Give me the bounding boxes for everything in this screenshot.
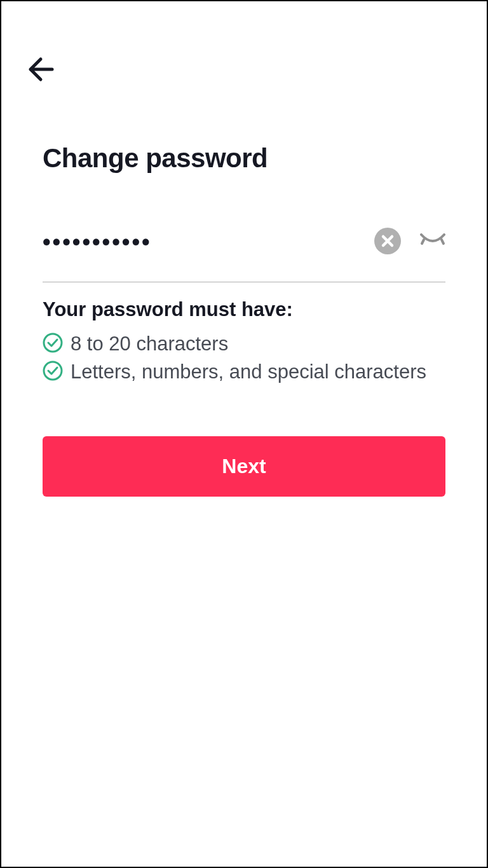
content-area: Change password Your password must have: (1, 86, 487, 497)
requirements-list: 8 to 20 characters Letters, numbers, and… (43, 333, 445, 383)
eye-closed-icon (420, 233, 445, 251)
requirement-text: 8 to 20 characters (71, 333, 228, 355)
password-input-row (43, 228, 445, 256)
svg-point-4 (44, 362, 62, 380)
svg-point-3 (44, 334, 62, 352)
page-title: Change password (43, 143, 445, 174)
arrow-left-icon (27, 76, 55, 85)
requirement-text: Letters, numbers, and special characters (71, 361, 426, 383)
header (1, 1, 487, 86)
input-divider (43, 282, 445, 282)
next-button[interactable]: Next (43, 436, 445, 497)
requirement-item: Letters, numbers, and special characters (43, 361, 445, 383)
check-circle-icon (43, 333, 63, 355)
requirements-title: Your password must have: (43, 298, 445, 321)
close-icon (374, 228, 401, 256)
clear-input-button[interactable] (374, 228, 401, 256)
requirement-item: 8 to 20 characters (43, 333, 445, 355)
back-button[interactable] (27, 55, 55, 85)
svg-line-1 (422, 240, 424, 244)
password-field[interactable] (43, 229, 355, 256)
svg-line-2 (442, 240, 444, 244)
check-circle-icon (43, 361, 63, 383)
toggle-visibility-button[interactable] (420, 233, 445, 251)
